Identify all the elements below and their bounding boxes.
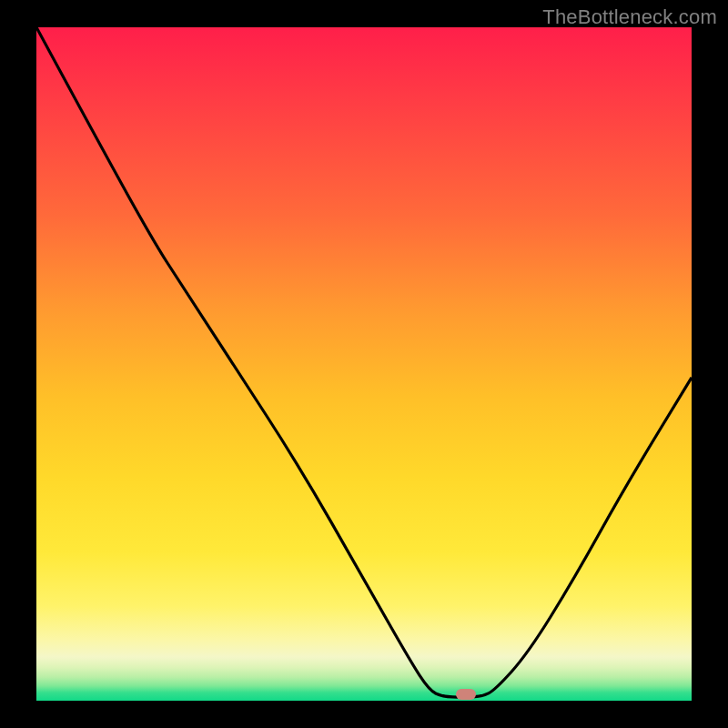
plot-area <box>36 27 692 701</box>
chart-frame: TheBottleneck.com <box>0 0 728 728</box>
heat-gradient-background <box>36 27 692 701</box>
watermark-text: TheBottleneck.com <box>542 5 717 29</box>
optimal-point-marker <box>456 689 476 700</box>
